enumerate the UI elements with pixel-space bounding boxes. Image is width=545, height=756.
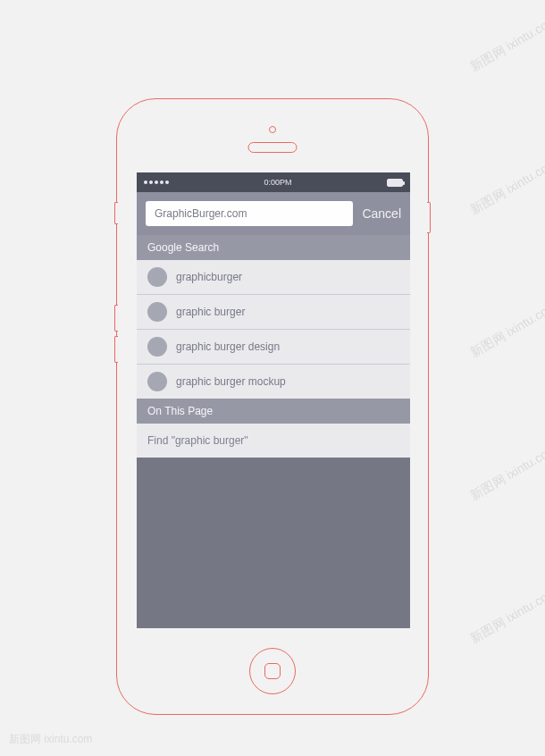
suggestion-item[interactable]: graphicburger [137,260,410,295]
power-button [427,202,431,233]
suggestion-avatar-icon [147,372,167,391]
battery-icon [387,179,403,187]
find-on-page-item[interactable]: Find "graphic burger" [137,424,410,458]
suggestion-item[interactable]: graphic burger [137,295,410,330]
suggestion-text: graphic burger [176,306,245,318]
google-search-section-header: Google Search [137,235,410,260]
suggestion-item[interactable]: graphic burger design [137,330,410,365]
suggestion-item[interactable]: graphic burger mockup [137,365,410,399]
mute-switch [114,202,118,224]
home-button-icon [264,663,281,679]
signal-indicator [144,181,169,184]
status-bar: 0:00PM [137,172,410,192]
watermark: 新图网 ixintu.com [468,13,545,75]
volume-up-button [114,305,118,332]
watermark: 新图网 ixintu.com [468,298,545,361]
volume-down-button [114,336,118,363]
suggestion-avatar-icon [147,337,167,357]
cancel-button[interactable]: Cancel [362,206,401,221]
on-this-page-section-header: On This Page [137,399,410,424]
suggestion-list: graphicburger graphic burger graphic bur… [137,260,410,399]
status-time: 0:00PM [264,178,291,187]
watermark: 新图网 ixintu.com [468,155,545,218]
watermark: 新图网 ixintu.com [468,441,545,504]
phone-screen: 0:00PM Cancel Google Search graphicburge… [137,172,410,628]
suggestion-text: graphic burger mockup [176,375,286,388]
suggestion-avatar-icon [147,267,167,287]
search-header: Cancel [137,192,410,235]
watermark: 新图网 ixintu.com [9,732,92,747]
phone-frame: 0:00PM Cancel Google Search graphicburge… [116,98,429,715]
earpiece-speaker [248,142,298,153]
suggestion-text: graphic burger design [176,340,280,353]
front-camera [269,126,276,133]
home-button[interactable] [249,648,296,694]
watermark: 新图网 ixintu.com [468,584,545,647]
suggestion-text: graphicburger [176,271,242,283]
suggestion-avatar-icon [147,302,167,322]
url-search-input[interactable] [146,201,353,226]
